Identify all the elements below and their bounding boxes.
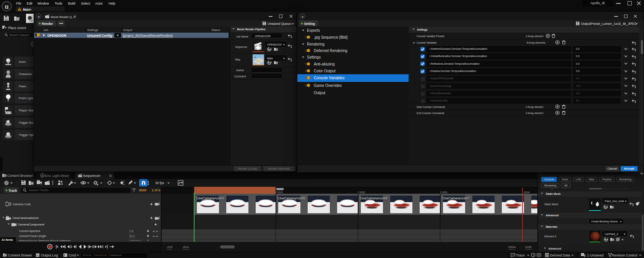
svg-text:u: u <box>302 15 303 18</box>
svg-text:u: u <box>5 2 9 10</box>
svg-text:u: u <box>38 15 40 18</box>
